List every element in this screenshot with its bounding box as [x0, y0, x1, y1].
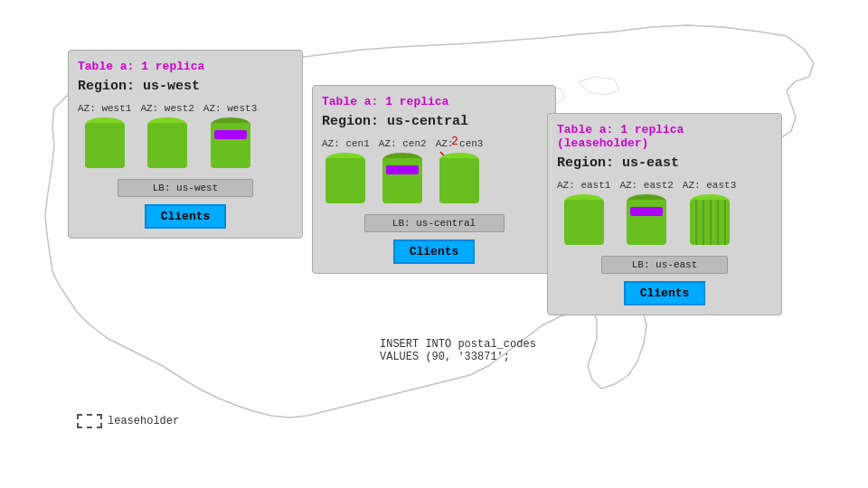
east-region-label: Region: us-east: [557, 155, 772, 171]
west-az-row: AZ: west1 AZ: west2 AZ: west3: [78, 103, 293, 168]
central-clients-button[interactable]: Clients: [393, 239, 476, 264]
east-az3-cylinder: [690, 194, 730, 245]
east-region-panel: Table a: 1 replica (leaseholder) Region:…: [547, 113, 782, 315]
west-az1: AZ: west1: [78, 103, 131, 168]
east-az3-label: AZ: east3: [683, 180, 736, 191]
east-az3: AZ: east3: [683, 180, 736, 245]
east-az1: AZ: east1: [557, 180, 610, 245]
central-az1: AZ: cen1: [322, 138, 370, 203]
east-clients-button[interactable]: Clients: [624, 281, 706, 305]
west-az3: AZ: west3: [203, 103, 257, 168]
west-lb: LB: us-west: [118, 179, 253, 197]
legend: leaseholder: [77, 414, 179, 428]
east-az2-label: AZ: east2: [619, 180, 673, 191]
central-region-label: Region: us-central: [322, 114, 546, 129]
central-az2: AZ: cen2 2: [379, 138, 427, 203]
central-az1-label: AZ: cen1: [322, 138, 370, 149]
west-az1-cylinder: [85, 117, 125, 168]
central-lb: LB: us-central: [364, 214, 505, 232]
legend-dashed-box: [77, 414, 102, 428]
east-panel-title: Table a: 1 replica (leaseholder): [557, 123, 772, 150]
west-leaseholder-stripe: [214, 130, 247, 139]
sql-statement: INSERT INTO postal_codesVALUES (90, '338…: [380, 338, 536, 363]
west-clients-button[interactable]: Clients: [145, 204, 227, 229]
svg-text:2: 2: [451, 135, 458, 148]
east-leaseholder-stripe: [630, 207, 663, 216]
legend-label: leaseholder: [108, 415, 179, 427]
west-panel-title: Table a: 1 replica: [78, 60, 293, 73]
central-az3-cylinder: [439, 153, 479, 203]
central-az-row: AZ: cen1 AZ: cen2 2: [322, 138, 546, 203]
east-az-row: AZ: east1 AZ: east2 AZ: east3: [557, 180, 772, 245]
west-az3-label: AZ: west3: [203, 103, 257, 114]
west-az3-cylinder: [211, 117, 250, 168]
east-az1-cylinder: [564, 194, 604, 245]
central-az1-cylinder: [326, 153, 365, 203]
central-leaseholder-stripe: [386, 165, 419, 174]
central-region-panel: Table a: 1 replica Region: us-central AZ…: [312, 85, 556, 274]
east-az2-cylinder: [627, 194, 666, 245]
east-lb: LB: us-east: [601, 256, 728, 274]
west-az2: AZ: west2: [140, 103, 193, 168]
central-panel-title: Table a: 1 replica: [322, 95, 546, 108]
west-az2-label: AZ: west2: [140, 103, 193, 114]
west-region-panel: Table a: 1 replica Region: us-west AZ: w…: [68, 50, 303, 239]
west-region-label: Region: us-west: [78, 79, 293, 94]
west-az1-label: AZ: west1: [78, 103, 131, 114]
east-az1-label: AZ: east1: [557, 180, 610, 191]
east-az2: AZ: east2: [619, 180, 673, 245]
west-az2-cylinder: [147, 117, 187, 168]
